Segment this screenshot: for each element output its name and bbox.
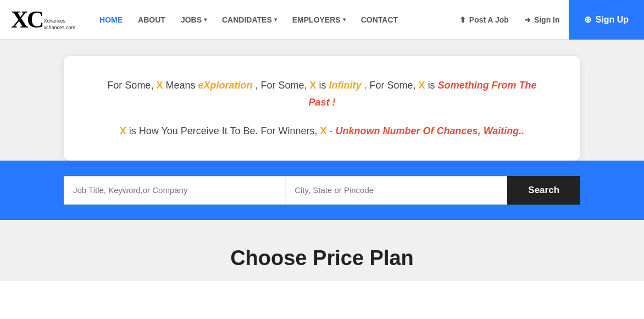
x-orange-2: X [310, 80, 317, 91]
nav-actions: ⬆ Post A Job ➜ Sign In ⊕ Sign Up [453, 0, 644, 40]
search-input-location[interactable] [285, 176, 507, 205]
navbar: XC Xchances xchances.com HOME ABOUT JOBS… [0, 0, 644, 40]
x-orange-1: X [156, 80, 163, 91]
nav-item-candidates[interactable]: CANDIDATES ▾ [214, 0, 285, 40]
nav-item-contact[interactable]: CONTACT [353, 0, 406, 40]
tagline-line1: For Some, X Means eXploration , For Some… [97, 77, 547, 111]
candidates-chevron-icon: ▾ [274, 16, 277, 23]
logo[interactable]: XC Xchances xchances.com [11, 8, 75, 32]
sign-up-icon: ⊕ [584, 14, 591, 25]
search-container: Search [64, 176, 580, 205]
below-nav: For Some, X Means eXploration , For Some… [0, 40, 644, 281]
nav-item-employers[interactable]: EMPLOYERS ▾ [285, 0, 353, 40]
logo-text: Xchances xchances.com [44, 18, 76, 31]
exploration-text: eXploration [198, 80, 252, 91]
nav-item-about[interactable]: ABOUT [130, 0, 173, 40]
search-section: Search [0, 161, 644, 220]
sign-up-button[interactable]: ⊕ Sign Up [569, 0, 644, 40]
x-orange-4: X [120, 125, 126, 136]
employers-chevron-icon: ▾ [343, 16, 346, 23]
tagline-section: For Some, X Means eXploration , For Some… [0, 40, 644, 161]
post-job-button[interactable]: ⬆ Post A Job [453, 15, 515, 24]
jobs-chevron-icon: ▾ [204, 16, 207, 23]
post-job-icon: ⬆ [459, 15, 466, 24]
tagline-line2: X is How You Perceive It To Be. For Winn… [97, 123, 547, 140]
x-orange-3: X [419, 80, 425, 91]
nav-item-home[interactable]: HOME [92, 0, 130, 40]
x-orange-5: X [320, 125, 327, 136]
infinity-text: Infinity [329, 80, 362, 91]
nav-links: HOME ABOUT JOBS ▾ CANDIDATES ▾ EMPLOYERS… [92, 0, 453, 40]
nav-item-jobs[interactable]: JOBS ▾ [173, 0, 214, 40]
tagline-card: For Some, X Means eXploration , For Some… [64, 56, 580, 161]
search-input-keyword[interactable] [64, 176, 285, 205]
unknown-text: Unknown Number Of Chances, Waiting.. [336, 125, 525, 136]
pricing-section: Choose Price Plan [0, 220, 644, 281]
price-plan-heading: Choose Price Plan [230, 246, 414, 270]
sign-in-button[interactable]: ➜ Sign In [518, 15, 567, 24]
logo-icon: XC [11, 8, 43, 32]
search-button[interactable]: Search [507, 176, 580, 205]
sign-in-icon: ➜ [524, 15, 531, 24]
